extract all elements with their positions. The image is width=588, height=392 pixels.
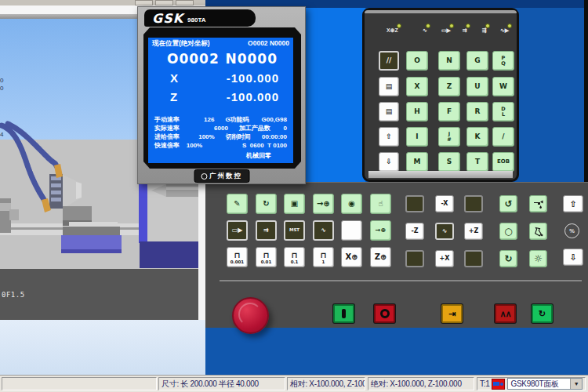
rapid-override-down-key[interactable]: ⇩: [563, 249, 583, 266]
key-R[interactable]: R: [466, 102, 488, 122]
titlebar-tab[interactable]: [135, 0, 153, 5]
key-label: →⊕: [376, 227, 386, 234]
brand-text: GSK: [152, 11, 183, 26]
spindle-stop-key[interactable]: ○: [499, 223, 517, 240]
key-W[interactable]: W: [492, 77, 514, 96]
jog-blank-key[interactable]: [464, 195, 483, 212]
reset-key[interactable]: //: [379, 51, 399, 71]
key-X[interactable]: X: [406, 77, 428, 96]
page-down-key[interactable]: ▤: [379, 102, 399, 122]
spindle-forward-key[interactable]: ↺: [499, 195, 517, 212]
key-label: ⇉: [263, 227, 269, 234]
key-label: ⊓: [263, 252, 270, 260]
auto-mode-key[interactable]: ↻: [256, 194, 277, 214]
power-off-button[interactable]: [374, 304, 395, 323]
mst-lock-key[interactable]: MST: [284, 220, 305, 241]
key-label: N: [446, 57, 452, 64]
program-zero-return-key[interactable]: →⊕: [370, 220, 391, 241]
key-EOB[interactable]: EOB: [492, 152, 514, 172]
gsk-logo: GSK 980TA: [144, 9, 256, 27]
relative-position-readout: 相对: X-100.000, Z-100.000: [287, 377, 365, 390]
jog-plus-x-key[interactable]: +X: [435, 250, 454, 267]
cursor-up-key[interactable]: ⇧: [379, 127, 399, 147]
step-0001-key[interactable]: ⊓0.001: [227, 247, 248, 267]
machine-zero-mode-key[interactable]: →⊕: [313, 194, 334, 214]
jog-minus-x-key[interactable]: -X: [435, 195, 454, 212]
coolant-key[interactable]: [529, 195, 547, 212]
lubrication-key[interactable]: [529, 223, 547, 240]
key-Z[interactable]: Z: [438, 77, 460, 96]
mdi-mode-key[interactable]: ▣: [284, 194, 305, 214]
key-label: ✎: [234, 200, 240, 208]
key-G[interactable]: G: [466, 51, 488, 71]
blank-key[interactable]: [341, 220, 362, 241]
key-label: Z⊕: [375, 253, 387, 261]
titlebar-tab[interactable]: [155, 0, 173, 5]
dropdown-arrow-icon[interactable]: ▼: [570, 379, 582, 389]
key-I[interactable]: I: [406, 127, 428, 147]
cycle-start-button[interactable]: ↻: [532, 304, 553, 323]
key-O[interactable]: O: [406, 51, 428, 71]
sequence-number: N0000: [225, 51, 278, 67]
panel-selector-combobox[interactable]: GSK980T面板 ▼: [507, 378, 583, 390]
key-U[interactable]: U: [466, 77, 488, 96]
program-sequence-header: O0002 N0000: [248, 39, 289, 49]
rapid-override-up-key[interactable]: ⇧: [563, 195, 583, 212]
key-label: I: [416, 133, 418, 140]
statusbar-empty-segment: [2, 377, 157, 390]
feed-hold-button[interactable]: ⇥: [441, 304, 463, 323]
key-S[interactable]: S: [438, 152, 460, 172]
key-M[interactable]: M: [406, 152, 428, 172]
key-T[interactable]: T: [466, 152, 488, 172]
handwheel-mode-key[interactable]: ◉: [341, 194, 362, 214]
jog-blank-key[interactable]: [405, 195, 424, 212]
key-N[interactable]: N: [438, 51, 460, 71]
jog-plus-z-key[interactable]: +Z: [464, 223, 483, 240]
keyboard-top-strip: [365, 10, 517, 13]
titlebar-tab[interactable]: [176, 0, 194, 5]
jog-mode-key[interactable]: ☝: [370, 194, 391, 214]
step-value-label: 0.01: [261, 260, 272, 264]
key-J-hash[interactable]: J#: [438, 127, 460, 147]
key-K[interactable]: K: [466, 127, 488, 147]
jog-minus-z-key[interactable]: -Z: [405, 223, 424, 240]
zero-return-indicator: X⊕Z: [387, 27, 398, 34]
power-on-button[interactable]: [333, 304, 354, 323]
key-F[interactable]: F: [438, 102, 460, 122]
key-label: M: [414, 158, 421, 165]
jog-blank-key[interactable]: [464, 250, 483, 267]
key-P-Q[interactable]: PQ: [492, 51, 514, 71]
mst-lock-indicator: ⇶: [482, 27, 487, 34]
step-001-key[interactable]: ⊓0.01: [256, 247, 277, 267]
key-label: W: [499, 83, 507, 90]
x-handwheel-key[interactable]: X⊕: [341, 247, 362, 267]
cursor-down-key[interactable]: ⇩: [379, 152, 399, 172]
z-handwheel-key[interactable]: Z⊕: [370, 247, 391, 267]
badge-logo-icon: [201, 173, 207, 180]
single-block-key[interactable]: ▭▶: [227, 220, 248, 241]
step-01-key[interactable]: ⊓0.1: [284, 247, 305, 267]
key-D-L[interactable]: DL: [492, 102, 514, 122]
key-label: ⇧: [569, 200, 576, 209]
machining-run-button[interactable]: ∧∧: [495, 304, 516, 323]
step-1-key[interactable]: ⊓1: [313, 247, 334, 267]
edit-mode-key[interactable]: ✎: [227, 194, 248, 214]
tool-number-text: T:1: [480, 379, 489, 388]
page-up-key[interactable]: ▤: [379, 77, 399, 96]
key-label: G: [474, 57, 480, 64]
rapid-traverse-key[interactable]: ∿: [435, 223, 454, 240]
key-label: ⊓: [321, 252, 327, 260]
jog-blank-key[interactable]: [405, 250, 424, 267]
spindle-reverse-key[interactable]: ↻: [499, 250, 517, 267]
key-slash[interactable]: /: [492, 127, 514, 147]
machine-lock-key[interactable]: ⇉: [256, 220, 277, 241]
feed-hold-icon: ⇥: [448, 310, 456, 318]
dry-run-key[interactable]: ∿: [313, 220, 334, 241]
tool-change-key[interactable]: ☼: [529, 250, 547, 267]
program-number: O0002: [167, 51, 220, 67]
key-H[interactable]: H: [406, 102, 428, 122]
emergency-stop-button[interactable]: [232, 297, 269, 334]
status-info-block: 手动速率126 G功能码G00,G98 实际速率6000 加工产品数0 进给倍率…: [154, 115, 287, 150]
program-test-indicator: ∿▶: [500, 27, 509, 34]
key-label: ⊓: [292, 252, 298, 260]
